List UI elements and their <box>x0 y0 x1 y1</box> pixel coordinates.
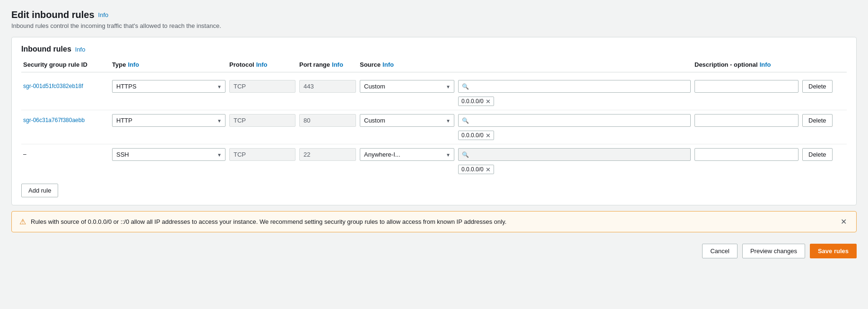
table-row: sgr-06c31a767f380aebb HTTPS HTTP SSH Cus… <box>21 110 847 144</box>
source-search-wrapper-1: 🔍 <box>458 80 691 93</box>
page-info-link[interactable]: Info <box>98 11 109 18</box>
page-title: Edit inbound rules <box>11 9 95 20</box>
protocol-input-1 <box>229 80 295 93</box>
tag-2-1: 0.0.0.0/0 ✕ <box>458 131 494 140</box>
type-select-wrapper-2: HTTPS HTTP SSH Custom TCP All traffic ▼ <box>112 114 226 127</box>
source-value-col-1: 🔍 0.0.0.0/0 ✕ <box>458 80 691 106</box>
source-search-wrapper-3: 🔍 <box>458 148 691 161</box>
port-input-3 <box>299 148 356 161</box>
source-search-input-3 <box>458 148 691 161</box>
delete-col-1: Delete <box>802 80 845 93</box>
col-header-port: Port range Info <box>299 61 356 68</box>
col-header-rule-id: Security group rule ID <box>23 61 108 68</box>
col-header-source: Source Info <box>360 61 454 68</box>
source-select-1[interactable]: Custom Anywhere-IPv4 Anywhere-IPv6 My IP <box>360 80 454 93</box>
search-icon-3: 🔍 <box>462 151 469 158</box>
protocol-input-2 <box>229 114 295 127</box>
card-info-link[interactable]: Info <box>75 46 86 53</box>
tag-container-1: 0.0.0.0/0 ✕ <box>458 97 691 106</box>
tag-3-1: 0.0.0.0/0 ✕ <box>458 165 494 174</box>
type-select-wrapper-3: HTTPS HTTP SSH Custom TCP All traffic ▼ <box>112 148 226 161</box>
col-header-source-value <box>458 61 691 68</box>
add-rule-button[interactable]: Add rule <box>21 184 58 197</box>
source-search-input-1[interactable] <box>458 80 691 93</box>
tag-label-2-1: 0.0.0.0/0 <box>461 132 484 139</box>
port-info-link[interactable]: Info <box>332 61 343 68</box>
tag-remove-3-1[interactable]: ✕ <box>486 167 491 173</box>
description-col-3 <box>694 148 799 161</box>
protocol-1 <box>229 80 295 93</box>
tag-label-3-1: 0.0.0.0/0 <box>461 166 484 173</box>
desc-info-link[interactable]: Info <box>760 61 771 68</box>
type-info-link[interactable]: Info <box>128 61 139 68</box>
tag-label-1-1: 0.0.0.0/0 <box>461 98 484 105</box>
type-select-1[interactable]: HTTPS HTTP SSH Custom TCP All traffic <box>112 80 226 93</box>
description-input-3[interactable] <box>694 148 799 161</box>
description-col-2 <box>694 114 799 127</box>
table-header: Security group rule ID Type Info Protoco… <box>21 61 847 72</box>
port-2 <box>299 114 356 127</box>
col-header-actions <box>802 61 845 68</box>
card-title: Inbound rules <box>21 45 71 53</box>
source-select-2[interactable]: Custom Anywhere-IPv4 Anywhere-IPv6 My IP <box>360 114 454 127</box>
delete-button-3[interactable]: Delete <box>802 148 833 161</box>
type-select-2[interactable]: HTTPS HTTP SSH Custom TCP All traffic <box>112 114 226 127</box>
protocol-3 <box>229 148 295 161</box>
source-info-link[interactable]: Info <box>382 61 394 68</box>
rule-id-1[interactable]: sgr-001d51fc0382eb18f <box>23 80 108 89</box>
source-select-wrapper-1: Custom Anywhere-IPv4 Anywhere-IPv6 My IP… <box>360 80 454 93</box>
tag-remove-1-1[interactable]: ✕ <box>486 98 491 105</box>
delete-col-3: Delete <box>802 148 845 161</box>
source-search-wrapper-2: 🔍 <box>458 114 691 127</box>
type-select-3[interactable]: HTTPS HTTP SSH Custom TCP All traffic <box>112 148 226 161</box>
preview-changes-button[interactable]: Preview changes <box>742 244 805 258</box>
search-icon-1: 🔍 <box>462 83 469 90</box>
source-value-col-2: 🔍 0.0.0.0/0 ✕ <box>458 114 691 140</box>
tag-remove-2-1[interactable]: ✕ <box>486 132 491 139</box>
tag-container-2: 0.0.0.0/0 ✕ <box>458 131 691 140</box>
description-input-1[interactable] <box>694 80 799 93</box>
save-rules-button[interactable]: Save rules <box>810 244 857 258</box>
rule-id-2[interactable]: sgr-06c31a767f380aebb <box>23 114 108 124</box>
port-input-1 <box>299 80 356 93</box>
port-input-2 <box>299 114 356 127</box>
port-3 <box>299 148 356 161</box>
port-1 <box>299 80 356 93</box>
warning-close-button[interactable]: ✕ <box>839 217 849 226</box>
source-select-wrapper-3: Custom Anywhere-I... Anywhere-IPv6 My IP… <box>360 148 454 161</box>
warning-icon: ⚠ <box>19 217 26 226</box>
rule-id-3: – <box>23 148 108 158</box>
source-value-col-3: 🔍 0.0.0.0/0 ✕ <box>458 148 691 174</box>
col-header-protocol: Protocol Info <box>229 61 295 68</box>
col-header-type: Type Info <box>112 61 226 68</box>
source-search-input-2[interactable] <box>458 114 691 127</box>
col-header-description: Description - optional Info <box>694 61 799 68</box>
tag-container-3: 0.0.0.0/0 ✕ <box>458 165 691 174</box>
delete-button-1[interactable]: Delete <box>802 80 833 93</box>
warning-text: Rules with source of 0.0.0.0/0 or ::/0 a… <box>31 218 834 225</box>
warning-banner: ⚠ Rules with source of 0.0.0.0/0 or ::/0… <box>11 211 857 232</box>
description-col-1 <box>694 80 799 93</box>
page-subtitle: Inbound rules control the incoming traff… <box>11 22 857 29</box>
source-select-wrapper-2: Custom Anywhere-IPv4 Anywhere-IPv6 My IP… <box>360 114 454 127</box>
tag-1-1: 0.0.0.0/0 ✕ <box>458 97 494 106</box>
protocol-2 <box>229 114 295 127</box>
cancel-button[interactable]: Cancel <box>702 244 737 258</box>
delete-col-2: Delete <box>802 114 845 127</box>
table-row: sgr-001d51fc0382eb18f HTTPS HTTP SSH Cus… <box>21 76 847 110</box>
table-row: – HTTPS HTTP SSH Custom TCP All traffic … <box>21 144 847 178</box>
footer-actions: Cancel Preview changes Save rules <box>0 238 868 264</box>
delete-button-2[interactable]: Delete <box>802 114 833 127</box>
source-select-3[interactable]: Custom Anywhere-I... Anywhere-IPv6 My IP <box>360 148 454 161</box>
protocol-info-link[interactable]: Info <box>256 61 268 68</box>
type-select-wrapper-1: HTTPS HTTP SSH Custom TCP All traffic ▼ <box>112 80 226 93</box>
description-input-2[interactable] <box>694 114 799 127</box>
inbound-rules-card: Inbound rules Info Security group rule I… <box>11 37 857 205</box>
search-icon-2: 🔍 <box>462 117 469 124</box>
protocol-input-3 <box>229 148 295 161</box>
